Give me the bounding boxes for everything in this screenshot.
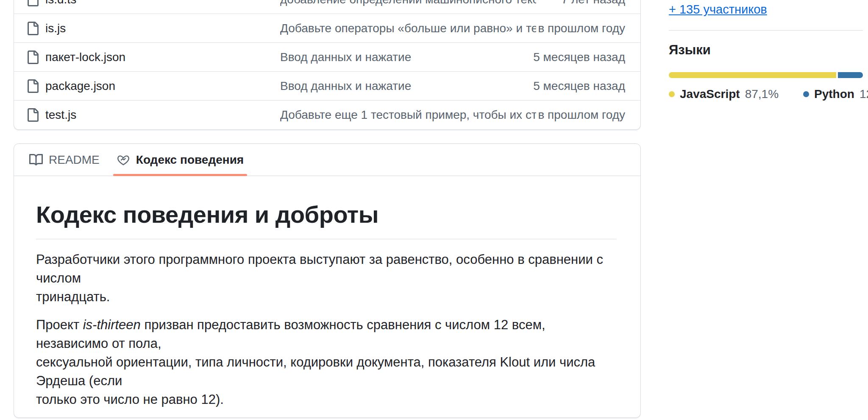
language-percent: 12,9% — [860, 87, 868, 101]
commit-date: в прошлом году — [536, 22, 640, 35]
python-dot-icon — [803, 91, 809, 97]
file-name-link[interactable]: пакет-lock.json — [45, 50, 125, 64]
file-name-link[interactable]: package.json — [45, 79, 115, 93]
sidebar-divider — [669, 30, 863, 31]
file-icon — [26, 50, 39, 64]
readme-content: Кодекс поведения и доброты Разработчики … — [14, 176, 640, 418]
language-name: JavaScript — [680, 87, 740, 101]
commit-message-link[interactable]: Добавьте еще 1 тестовый пример, чтобы их… — [280, 108, 536, 122]
commit-message-link[interactable]: Добавьте операторы «больше или равно» и … — [280, 22, 536, 35]
file-name-link[interactable]: test.js — [45, 108, 76, 122]
book-icon — [29, 153, 43, 167]
table-row[interactable]: пакет-lock.json Ввод данных и нажатие 5 … — [14, 43, 640, 72]
file-list: is.d.ts добавление определений машинопис… — [14, 0, 641, 130]
language-item-javascript[interactable]: JavaScript 87,1% — [669, 87, 779, 101]
language-bar-segment-python[interactable] — [838, 72, 863, 78]
paragraph: Проект is-thirteen призван предоставить … — [36, 316, 617, 409]
language-item-python[interactable]: Python 12,9% — [803, 87, 868, 101]
tab-readme[interactable]: README — [21, 144, 108, 176]
file-icon — [26, 22, 39, 35]
page-title: Кодекс поведения и доброты — [36, 200, 617, 239]
language-percent: 87,1% — [745, 87, 779, 101]
paragraph: Разработчики этого программного проекта … — [36, 250, 617, 306]
commit-date: 7 лет назад — [536, 0, 640, 6]
commit-date: 5 месяцев назад — [533, 79, 640, 93]
commit-date: 5 месяцев назад — [533, 50, 640, 64]
contributors-more-link[interactable]: + 135 участников — [669, 3, 767, 17]
repo-sidebar: + 135 участников Языки JavaScript 87,1% … — [669, 0, 863, 101]
file-icon — [26, 108, 39, 122]
file-name-link[interactable]: is.d.ts — [45, 0, 76, 6]
commit-message-link[interactable]: Ввод данных и нажатие — [280, 50, 533, 64]
file-icon — [26, 0, 39, 6]
code-of-conduct-icon — [117, 153, 130, 167]
language-name: Python — [814, 87, 854, 101]
table-row[interactable]: is.d.ts добавление определений машинопис… — [14, 0, 640, 14]
file-name-link[interactable]: is.js — [45, 22, 66, 35]
readme-card: README Кодекс поведения Кодекс поведения… — [14, 143, 641, 418]
table-row[interactable]: package.json Ввод данных и нажатие 5 мес… — [14, 72, 640, 101]
language-bar — [669, 72, 863, 78]
project-name-italic: is-thirteen — [83, 317, 141, 332]
table-row[interactable]: is.js Добавьте операторы «больше или рав… — [14, 14, 640, 43]
commit-date: в прошлом году — [536, 108, 640, 122]
commit-message-link[interactable]: Ввод данных и нажатие — [280, 79, 533, 93]
tab-label: Кодекс поведения — [136, 153, 244, 167]
tab-code-of-conduct[interactable]: Кодекс поведения — [108, 144, 252, 176]
javascript-dot-icon — [669, 91, 675, 97]
commit-message-link[interactable]: добавление определений машинописного тек… — [280, 0, 536, 6]
tab-label: README — [49, 153, 100, 167]
languages-heading: Языки — [669, 42, 863, 58]
table-row[interactable]: test.js Добавьте еще 1 тестовый пример, … — [14, 101, 640, 129]
file-icon — [26, 79, 39, 93]
language-legend: JavaScript 87,1% Python 12,9% — [669, 87, 863, 101]
readme-tabstrip: README Кодекс поведения — [14, 144, 640, 176]
language-bar-segment-javascript[interactable] — [669, 72, 836, 78]
